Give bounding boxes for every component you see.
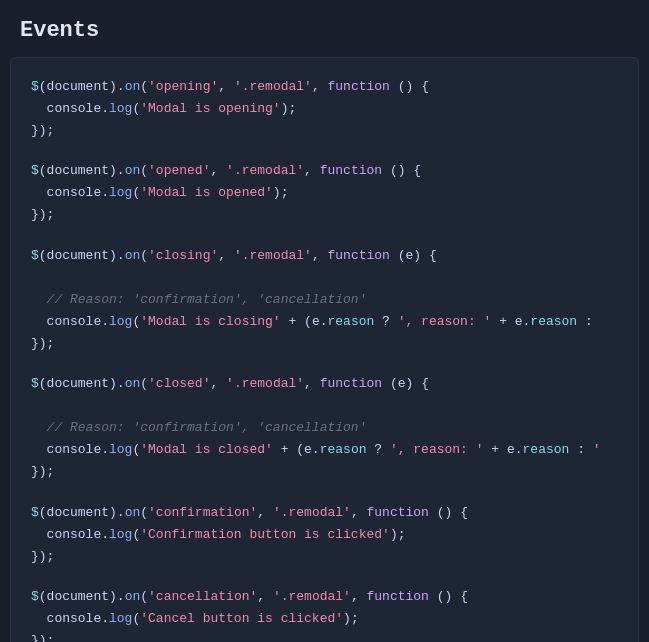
code-line: $(document).on('opened', '.remodal', fun… — [31, 160, 618, 226]
code-line: $(document).on('opening', '.remodal', fu… — [31, 76, 618, 142]
code-section-opened: $(document).on('opened', '.remodal', fun… — [31, 160, 618, 226]
code-line: $(document).on('confirmation', '.remodal… — [31, 502, 618, 568]
code-section-opening: $(document).on('opening', '.remodal', fu… — [31, 76, 618, 142]
code-line: $(document).on('closing', '.remodal', fu… — [31, 245, 618, 355]
code-section-confirmation: $(document).on('confirmation', '.remodal… — [31, 502, 618, 568]
code-section-closed: $(document).on('closed', '.remodal', fun… — [31, 373, 618, 483]
code-line: $(document).on('closed', '.remodal', fun… — [31, 373, 618, 483]
code-section-closing: $(document).on('closing', '.remodal', fu… — [31, 245, 618, 355]
code-section-cancellation: $(document).on('cancellation', '.remodal… — [31, 586, 618, 642]
code-line: $(document).on('cancellation', '.remodal… — [31, 586, 618, 642]
page-wrapper: Events $(document).on('opening', '.remod… — [0, 0, 649, 642]
page-title: Events — [0, 0, 649, 57]
code-container: $(document).on('opening', '.remodal', fu… — [10, 57, 639, 642]
